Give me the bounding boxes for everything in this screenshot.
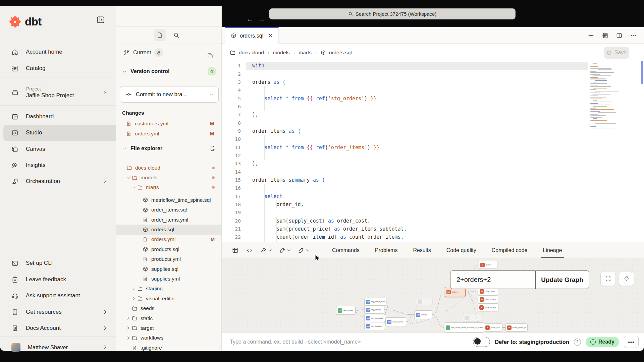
refresh-button[interactable] bbox=[619, 271, 634, 286]
code-line-4[interactable]: 4 bbox=[222, 86, 644, 94]
lineage-selector-input[interactable]: 2+orders+2 bbox=[450, 271, 536, 289]
code-line-12[interactable]: 12 bbox=[222, 152, 644, 160]
tree-item-models[interactable]: models bbox=[116, 173, 221, 182]
code-line-21[interactable]: 21 sum(product_price) as order_items_sub… bbox=[222, 225, 644, 233]
more-options-icon[interactable] bbox=[630, 32, 637, 39]
command-input[interactable]: Type a command, ex. dbt build --select <… bbox=[230, 339, 361, 345]
code-line-18[interactable]: 18 order_id, bbox=[222, 200, 644, 208]
split-editor-icon[interactable] bbox=[616, 32, 623, 39]
lineage-node-stg_supplies[interactable]: sqlstg_supplies bbox=[364, 322, 385, 330]
sidebar-item-studio[interactable]: Studio bbox=[3, 125, 116, 141]
code-line-1[interactable]: 1with bbox=[222, 62, 644, 70]
code-line-9[interactable]: 9order_items as ( bbox=[222, 127, 644, 135]
sidebar-item-catalog[interactable]: Catalog bbox=[0, 60, 116, 76]
panel-tab-commands[interactable]: Commands bbox=[332, 242, 360, 258]
lineage-node-raw_orders[interactable]: Sraw_orders bbox=[336, 306, 356, 315]
tree-item-orders-sql[interactable]: orders.sql bbox=[116, 225, 221, 234]
chevron-down-icon[interactable] bbox=[306, 248, 310, 252]
tree-item-metricflow-time-spine-sql[interactable]: metricflow_time_spine.sql bbox=[116, 195, 221, 205]
code-line-10[interactable]: 10 bbox=[222, 135, 644, 143]
copy-branch-icon[interactable] bbox=[204, 50, 216, 62]
lineage-node-orders[interactable]: Morders bbox=[479, 261, 497, 269]
lineage-node-ghost[interactable] bbox=[463, 314, 481, 321]
new-tab-icon[interactable] bbox=[588, 32, 594, 39]
code-line-13[interactable]: 13), bbox=[222, 160, 644, 168]
commit-options-caret[interactable] bbox=[204, 86, 218, 102]
tree-item-supplies-sql[interactable]: supplies.sql bbox=[116, 264, 221, 274]
code-line-15[interactable]: 15order_items_summary as ( bbox=[222, 176, 644, 184]
sidebar-item-canvas[interactable]: Canvas bbox=[0, 141, 116, 157]
code-line-14[interactable]: 14 bbox=[222, 168, 644, 176]
panel-tab-code-quality[interactable]: Code quality bbox=[446, 242, 476, 258]
code-line-17[interactable]: 17 select bbox=[222, 192, 644, 200]
code-line-3[interactable]: 3orders as ( bbox=[222, 78, 644, 86]
breadcrumb-part[interactable]: marts bbox=[299, 50, 312, 56]
code-line-19[interactable]: 19 bbox=[222, 208, 644, 217]
chevron-down-icon[interactable] bbox=[122, 146, 127, 151]
panel-tab-results[interactable]: Results bbox=[413, 242, 431, 258]
sidebar-item-get-resources[interactable]: Get resources bbox=[0, 304, 116, 320]
sidebar-item-account-home[interactable]: Account home bbox=[0, 44, 116, 60]
workspace-search-input[interactable]: Search Project 372475 (Workspace) bbox=[269, 8, 516, 19]
tree-item-order-items-yml[interactable]: order_items.yml bbox=[116, 215, 221, 225]
tree-item-order-items-sql[interactable]: order_items.sql bbox=[116, 205, 221, 215]
sidebar-item-support-assistant[interactable]: Ask support assistant bbox=[0, 288, 116, 304]
version-control-title[interactable]: Version control bbox=[130, 68, 169, 74]
notebook-icon[interactable] bbox=[602, 32, 608, 39]
chevron-down-icon[interactable] bbox=[268, 248, 272, 252]
format-brush-icon[interactable] bbox=[279, 247, 286, 253]
code-line-5[interactable]: 5 select * from {{ ref('stg_orders') }} bbox=[222, 94, 644, 102]
lineage-node-stg_orders[interactable]: sqlstg_orders bbox=[364, 306, 384, 314]
chevron-down-icon[interactable] bbox=[287, 248, 291, 252]
lineage-node-stg_products[interactable]: sqlstg_products bbox=[364, 314, 385, 322]
help-icon[interactable]: ? bbox=[574, 339, 581, 346]
sidebar-item-docs-account[interactable]: Docs Account bbox=[0, 320, 116, 336]
back-arrow-icon[interactable]: ← bbox=[246, 15, 254, 23]
tree-item-products-sql[interactable]: products.sql bbox=[116, 244, 221, 254]
sidebar-item-setup-cli[interactable]: Set up CLI bbox=[0, 255, 116, 271]
tree-item-visual-editor[interactable]: visual_editor bbox=[116, 294, 221, 303]
changed-file-row[interactable]: orders.yml M bbox=[116, 129, 221, 139]
lineage-node-drink_orders[interactable]: Mdrink_orders bbox=[478, 303, 498, 311]
forward-arrow-icon[interactable]: → bbox=[258, 15, 265, 23]
lineage-canvas[interactable]: Sraw_orderssqlstg_order_itemssqlstg_orde… bbox=[222, 258, 644, 333]
tree-item-docs-cloud[interactable]: docs-cloud bbox=[116, 163, 221, 173]
sidebar-item-orchestration[interactable]: Orchestration bbox=[0, 173, 116, 189]
lineage-node-order_items[interactable]: sqlorder_items bbox=[385, 317, 406, 326]
ai-fix-icon[interactable] bbox=[298, 247, 305, 253]
fullscreen-button[interactable] bbox=[600, 271, 616, 286]
code-line-16[interactable]: 16 bbox=[222, 184, 644, 192]
new-file-icon[interactable] bbox=[154, 29, 166, 41]
panel-tab-lineage[interactable]: Lineage bbox=[543, 242, 562, 258]
changed-file-row[interactable]: customers.yml M bbox=[116, 119, 221, 129]
editor-scrollbar[interactable] bbox=[641, 61, 643, 84]
tree-item-workflows[interactable]: workflows bbox=[116, 333, 221, 343]
commit-button[interactable]: Commit to new bra... bbox=[120, 86, 219, 103]
lineage-node-order_cost[interactable]: Morder_cost bbox=[484, 323, 502, 331]
save-button[interactable]: Save bbox=[604, 47, 629, 59]
code-icon[interactable] bbox=[246, 247, 253, 254]
sidebar-item-dashboard[interactable]: Dashboard bbox=[0, 109, 116, 125]
panel-tab-problems[interactable]: Problems bbox=[375, 242, 398, 258]
code-line-20[interactable]: 20 sum(supply_cost) as order_cost, bbox=[222, 217, 644, 225]
tree-item-staging[interactable]: staging bbox=[116, 284, 221, 294]
sidebar-item-leave-feedback[interactable]: Leave feedback bbox=[0, 272, 116, 288]
tree-item-orders-yml[interactable]: orders.ymlM bbox=[116, 235, 221, 244]
tab-orders-sql[interactable]: orders.sql ✕ bbox=[225, 27, 279, 44]
sidebar-item-insights[interactable]: Insights bbox=[0, 157, 116, 173]
results-table-icon[interactable] bbox=[232, 247, 238, 254]
file-explorer-title[interactable]: File explorer bbox=[130, 145, 162, 152]
code-line-7[interactable]: 7), bbox=[222, 111, 644, 119]
lineage-node-order_gross_profit[interactable]: Morder_gross_profit bbox=[505, 323, 528, 331]
code-line-11[interactable]: 11 select * from {{ ref('order_items') }… bbox=[222, 143, 644, 151]
lineage-node-orders[interactable]: sqlorders bbox=[414, 310, 432, 319]
chevron-down-icon[interactable] bbox=[122, 69, 127, 74]
code-editor[interactable]: 1with23orders as (45 select * from {{ re… bbox=[222, 62, 644, 242]
breadcrumb-part[interactable]: models bbox=[273, 50, 290, 56]
sidebar-item-project[interactable]: Project Jaffle Shop Project bbox=[0, 80, 116, 105]
tree-item--gitignore[interactable]: .gitignore bbox=[116, 343, 221, 353]
tree-item-products-yml[interactable]: products.yml bbox=[116, 254, 221, 264]
code-line-8[interactable]: 8 bbox=[222, 119, 644, 127]
close-tab-icon[interactable]: ✕ bbox=[268, 32, 273, 39]
code-line-2[interactable]: 2 bbox=[222, 70, 644, 78]
